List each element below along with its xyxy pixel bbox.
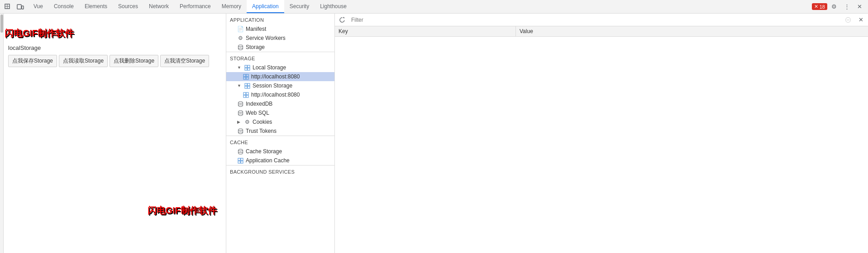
tab-list: Vue Console Elements Sources Network Per… [28,0,809,13]
sidebar-section-storage-header: Storage [226,52,334,63]
svg-rect-16 [246,77,248,79]
svg-point-36 [238,132,243,134]
devtools-icon-buttons [0,1,28,13]
tab-security[interactable]: Security [284,0,315,13]
session-storage-sub-icon [243,92,249,98]
cache-storage-icon [237,148,243,155]
filter-input[interactable] [349,16,841,24]
svg-rect-22 [246,92,248,95]
tab-console[interactable]: Console [48,0,79,13]
tab-elements[interactable]: Elements [79,0,113,13]
sidebar-item-session-storage-localhost[interactable]: http://localhost:8080 [226,90,334,99]
tab-performance[interactable]: Performance [174,0,216,13]
expand-arrow-local-storage: ▼ [237,65,242,70]
session-storage-grid-icon [244,83,250,89]
web-sql-icon [237,110,243,116]
clear-storage-button[interactable]: 点我清空Storage [160,55,209,67]
sidebar-item-manifest[interactable]: 📄 Manifest [226,24,334,34]
sidebar-item-service-workers[interactable]: ⚙ Service Workers [226,34,334,43]
settings-icon[interactable]: ⚙ [828,1,840,13]
svg-rect-17 [245,83,247,86]
svg-rect-15 [243,77,246,79]
content-area: 闪电GIF制作软件 localStorage 点我保存Storage 点我读取S… [0,14,868,253]
tab-vue[interactable]: Vue [28,0,48,13]
read-storage-button[interactable]: 点我读取Storage [59,55,108,67]
tab-application[interactable]: Application [247,0,284,13]
close-devtools-icon[interactable]: ✕ [854,1,865,13]
cookies-icon: ⚙ [244,119,250,125]
tab-network[interactable]: Network [143,0,174,13]
save-storage-button[interactable]: 点我保存Storage [8,55,57,67]
error-count: 18 [820,4,825,10]
device-toolbar-icon[interactable] [14,1,26,13]
sidebar-item-cache-storage[interactable]: Cache Storage [226,147,334,156]
sidebar-item-local-storage-localhost[interactable]: http://localhost:8080 [226,72,334,81]
svg-point-5 [238,45,243,47]
local-storage-sub-icon [243,73,249,80]
svg-point-32 [238,114,243,116]
panel-table[interactable] [335,37,868,253]
svg-point-40 [238,152,243,154]
local-storage-grid-icon [244,64,250,71]
sidebar-section-application: Application 📄 Manifest ⚙ Service Workers [226,14,334,52]
delete-selected-button[interactable] [843,15,854,25]
sidebar-item-application-cache[interactable]: Application Cache [226,156,334,165]
svg-point-29 [238,111,243,112]
svg-rect-10 [248,65,250,68]
application-cache-icon [237,157,243,164]
devtools-tabbar: Vue Console Elements Sources Network Per… [0,0,868,14]
sidebar-item-local-storage[interactable]: ▼ Local Storage [226,63,334,72]
refresh-button[interactable] [337,15,348,25]
page-buttons: 点我保存Storage 点我读取Storage 点我删除Storage 点我清空… [8,55,222,67]
svg-rect-11 [245,68,247,70]
delete-storage-button[interactable]: 点我删除Storage [110,55,158,67]
tab-lighthouse[interactable]: Lighthouse [315,0,352,13]
svg-rect-19 [245,86,247,88]
sidebar-section-background-services: Background Services [226,165,334,176]
svg-rect-41 [238,158,240,161]
svg-rect-3 [17,5,21,9]
svg-point-33 [238,129,243,131]
error-icon: ✕ [814,4,818,10]
svg-rect-9 [245,65,247,68]
svg-rect-23 [243,95,246,97]
sidebar-section-cache: Cache Cache Storage [226,136,334,165]
more-options-icon[interactable]: ⋮ [841,1,853,13]
clear-all-button[interactable]: ✕ [855,15,866,25]
watermark-top: 闪电GIF制作软件 [5,27,74,39]
expand-arrow-cookies: ▶ [237,120,242,124]
app-container: Vue Console Elements Sources Network Per… [0,0,868,253]
indexeddb-icon [237,101,243,107]
sidebar-item-session-storage[interactable]: ▼ Session Storage [226,81,334,90]
sidebar-item-indexeddb[interactable]: IndexedDB [226,99,334,108]
scroll-thumb[interactable] [0,15,3,33]
svg-point-37 [238,149,243,151]
trust-tokens-icon [237,128,243,134]
page-content: 闪电GIF制作软件 localStorage 点我保存Storage 点我读取S… [0,14,226,253]
svg-rect-24 [246,95,248,97]
sidebar-section-application-header: Application [226,14,334,24]
sidebar-section-storage: Storage ▼ Local Sto [226,52,334,136]
tab-actions: ✕ 18 ⚙ ⋮ ✕ [809,1,868,13]
tab-memory[interactable]: Memory [216,0,247,13]
svg-rect-21 [243,92,246,95]
svg-rect-14 [246,74,248,77]
sidebar: Application 📄 Manifest ⚙ Service Workers [226,14,335,253]
main-panel: ✕ Key Value [335,14,868,253]
inspect-element-icon[interactable] [2,1,14,13]
sidebar-item-trust-tokens[interactable]: Trust Tokens [226,126,334,136]
doc-icon: 📄 [237,26,243,32]
gear-icon: ⚙ [237,35,243,41]
sidebar-item-storage[interactable]: Storage [226,43,334,52]
svg-rect-18 [248,83,250,86]
column-value-header: Value [516,26,868,36]
sidebar-item-cookies[interactable]: ▶ ⚙ Cookies [226,117,334,126]
svg-rect-12 [248,68,250,70]
svg-rect-13 [243,74,246,77]
sidebar-section-cache-header: Cache [226,136,334,147]
svg-point-28 [238,105,243,107]
panel-headers: Key Value [335,26,868,37]
sidebar-item-web-sql[interactable]: Web SQL [226,108,334,117]
svg-point-25 [238,102,243,103]
tab-sources[interactable]: Sources [113,0,143,13]
